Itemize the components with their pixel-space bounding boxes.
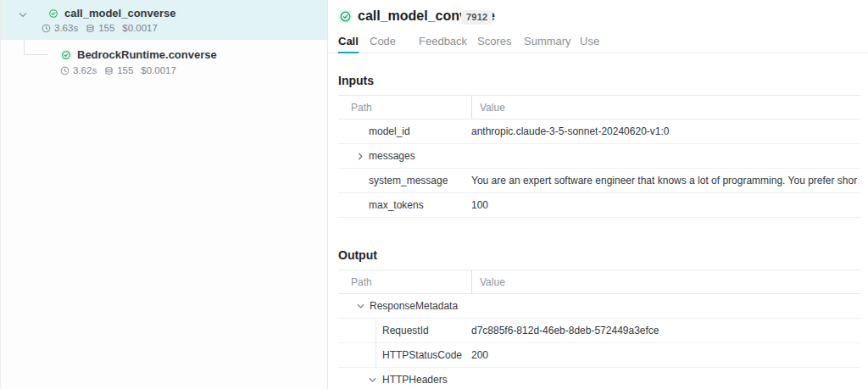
table-row[interactable]: messages bbox=[338, 144, 860, 169]
trace-node-stats: 3.63s 155 $0.0017 bbox=[42, 23, 158, 33]
tokens-icon bbox=[86, 24, 95, 33]
path-column-header: Path bbox=[351, 102, 372, 114]
row-path: max_tokens bbox=[369, 199, 424, 211]
trace-node-stats: 3.62s 155 $0.0017 bbox=[60, 65, 176, 75]
output-table-header: Path Value bbox=[338, 270, 860, 294]
tab-summary[interactable]: Summary bbox=[524, 32, 571, 53]
trace-tree-node-root[interactable]: call_model_converse 3.63s 155 $0.0017 bbox=[1, 0, 327, 40]
row-path: model_id bbox=[369, 125, 410, 137]
tab-use[interactable]: Use bbox=[580, 32, 599, 53]
output-table: Path Value ResponseMetadata RequestId d7… bbox=[338, 270, 860, 389]
duration-clock-icon bbox=[42, 24, 51, 33]
row-path: system_message bbox=[369, 175, 448, 186]
output-section-title: Output bbox=[338, 248, 377, 262]
table-row[interactable]: system_message You are an expert softwar… bbox=[338, 169, 860, 193]
cost-value: $0.0017 bbox=[141, 65, 176, 75]
tokens-icon bbox=[104, 66, 114, 75]
duration-clock-icon bbox=[60, 66, 70, 75]
tokens-value: 155 bbox=[98, 23, 114, 33]
duration-value: 3.63s bbox=[54, 23, 78, 33]
trace-detail-view: call_model_converse 3.63s 155 $0.0017 bbox=[0, 0, 868, 389]
row-path: ResponseMetadata bbox=[370, 300, 458, 312]
call-detail-panel: call_model_converse 7912 Call Code Feedb… bbox=[328, 0, 868, 389]
chevron-down-icon[interactable] bbox=[355, 301, 366, 312]
call-id-badge: 7912 bbox=[461, 10, 492, 25]
table-row[interactable]: HTTPHeaders bbox=[338, 368, 860, 389]
row-path: messages bbox=[369, 150, 415, 162]
row-value: anthropic.claude-3-5-sonnet-20240620-v1:… bbox=[471, 125, 857, 137]
cost-value: $0.0017 bbox=[122, 23, 158, 33]
table-row[interactable]: model_id anthropic.claude-3-5-sonnet-202… bbox=[338, 119, 860, 144]
tab-call[interactable]: Call bbox=[338, 32, 359, 53]
trace-node-label: BedrockRuntime.converse bbox=[77, 48, 217, 62]
success-status-icon bbox=[47, 8, 59, 19]
table-row[interactable]: HTTPStatusCode 200 bbox=[338, 343, 860, 368]
row-value: 200 bbox=[471, 349, 857, 361]
column-divider bbox=[471, 96, 472, 119]
table-row[interactable]: max_tokens 100 bbox=[338, 193, 860, 218]
trace-tree-sidebar: call_model_converse 3.63s 155 $0.0017 bbox=[1, 0, 328, 389]
row-value: d7c885f6-812d-46eb-8deb-572449a3efce bbox=[471, 325, 857, 336]
table-row[interactable]: ResponseMetadata bbox=[338, 294, 860, 319]
path-column-header: Path bbox=[351, 276, 372, 288]
row-path: RequestId bbox=[382, 325, 429, 336]
value-column-header: Value bbox=[480, 276, 505, 288]
chevron-right-icon[interactable] bbox=[355, 151, 366, 162]
inputs-table-header: Path Value bbox=[338, 96, 860, 119]
success-status-icon bbox=[338, 9, 353, 24]
tab-scores[interactable]: Scores bbox=[477, 32, 511, 53]
row-value: You are an expert software engineer that… bbox=[471, 175, 857, 186]
row-path: HTTPHeaders bbox=[382, 374, 448, 386]
trace-node-label: call_model_converse bbox=[64, 7, 176, 20]
indent-guide-line bbox=[376, 343, 376, 367]
tab-code[interactable]: Code bbox=[370, 32, 396, 53]
trace-tree-node-child[interactable]: BedrockRuntime.converse 3.62s 155 $0.001… bbox=[1, 44, 327, 81]
row-value: 100 bbox=[471, 199, 857, 211]
success-status-icon bbox=[60, 49, 72, 61]
tab-feedback[interactable]: Feedback bbox=[419, 32, 467, 53]
indent-guide-line bbox=[376, 319, 376, 342]
chevron-down-icon[interactable] bbox=[17, 9, 29, 21]
call-header: call_model_converse 7912 bbox=[328, 0, 868, 32]
duration-value: 3.62s bbox=[73, 65, 97, 75]
inputs-section-title: Inputs bbox=[338, 74, 374, 87]
call-tab-bar: Call Code Feedback Scores Summary Use bbox=[328, 32, 868, 53]
column-divider bbox=[471, 270, 472, 294]
table-row[interactable]: RequestId d7c885f6-812d-46eb-8deb-572449… bbox=[338, 319, 860, 343]
row-path: HTTPStatusCode bbox=[382, 349, 462, 361]
chevron-down-icon[interactable] bbox=[367, 375, 378, 386]
inputs-table: Path Value model_id anthropic.claude-3-5… bbox=[338, 95, 860, 218]
value-column-header: Value bbox=[480, 102, 505, 114]
tokens-value: 155 bbox=[117, 65, 133, 75]
